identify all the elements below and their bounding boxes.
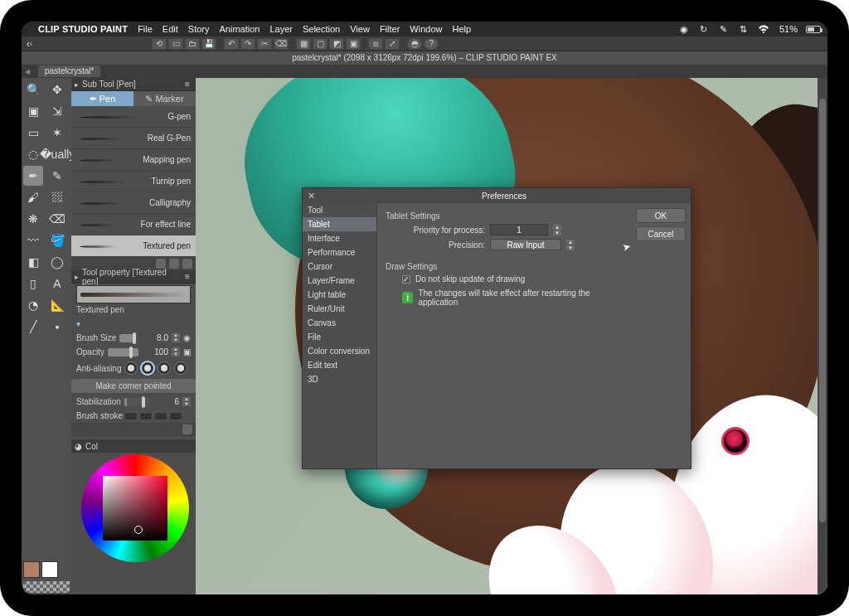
nav-canvas[interactable]: Canvas [303,316,376,330]
ruler-icon[interactable]: ⧇ [368,38,383,50]
brush-size-stepper[interactable]: ▲▼ [172,333,180,342]
precision-stepper[interactable]: ▲▼ [566,240,575,250]
aa-option-none[interactable] [124,361,138,375]
foreground-color[interactable] [23,561,40,578]
brush-size-value[interactable]: 8.0 [142,333,168,342]
menu-story[interactable]: Story [188,24,210,34]
sync-icon[interactable]: ◉ [678,23,690,35]
skip-update-checkbox[interactable] [402,275,410,284]
precision-dropdown[interactable]: Raw Input [490,239,561,250]
app-name[interactable]: CLIP STUDIO PAINT [38,24,128,34]
nav-tablet[interactable]: Tablet [303,217,376,231]
menu-animation[interactable]: Animation [220,24,260,34]
color-square[interactable] [103,476,167,541]
vertical-scrollbar[interactable] [817,78,827,594]
background-color[interactable] [41,561,58,578]
deco-tool-icon[interactable]: ❋ [23,209,43,229]
brush-tool-icon[interactable]: 🖌 [23,187,43,207]
pencil-icon[interactable]: ✎ [718,23,730,35]
csp-icon[interactable]: ◓ [407,38,422,50]
airbrush-tool-icon[interactable]: ⛆ [47,187,67,207]
scale-icon[interactable]: ⤢ [385,38,400,50]
subtool-header[interactable]: ▸ Sub Tool [Pen] ≡ [71,78,196,91]
ruler-tool-icon[interactable]: 📐 [47,295,67,315]
nav-3d[interactable]: 3D [303,372,376,386]
opacity-slider[interactable] [108,348,138,357]
layer-move-tool-icon[interactable]: ⇲ [47,101,67,121]
text-tool-icon[interactable]: A [47,274,67,293]
collapse-toggle-icon[interactable]: ‹ [30,39,32,48]
transparency-swatch[interactable] [23,581,70,593]
nav-tool[interactable]: Tool [303,203,376,217]
deselect-icon[interactable]: ▢ [313,38,327,50]
new-doc-icon[interactable]: ▭ [168,38,183,50]
nav-interface[interactable]: Interface [303,231,376,245]
redo-icon[interactable]: ↷ [240,38,255,50]
menu-window[interactable]: Window [410,24,442,34]
line-tool-icon[interactable]: ╱ [23,317,43,337]
aa-option-mid[interactable] [158,361,171,375]
priority-stepper[interactable]: ▲▼ [553,225,561,235]
aa-option-strong[interactable] [174,361,187,375]
dot-tool-icon[interactable]: ▪ [47,317,67,337]
menu-help[interactable]: Help [452,24,471,34]
undo-icon[interactable]: ↶ [224,38,239,50]
fill-tool-icon[interactable]: 🪣 [47,230,67,250]
brush-item[interactable]: Textured pen [71,235,196,257]
color-swatches[interactable] [22,560,71,580]
nav-rulerunit[interactable]: Ruler/Unit [303,302,376,316]
stabilization-stepper[interactable]: ▲▼ [182,397,191,406]
figure-tool-icon[interactable]: ◯ [47,252,67,272]
nav-lighttable[interactable]: Light table [303,288,376,302]
nav-colorconversion[interactable]: Color conversion [303,344,376,358]
gradient-tool-icon[interactable]: ◧ [23,252,43,272]
stroke-option[interactable] [169,412,182,420]
select-all-icon[interactable]: ▦ [296,38,311,50]
make-corner-pointed[interactable]: Make corner pointed [71,379,196,393]
help-icon[interactable]: ? [424,38,439,50]
frame-tool-icon[interactable]: ▯ [23,274,43,293]
delete-brush-icon[interactable] [182,259,192,269]
marquee-tool-icon[interactable]: ▭ [23,123,43,143]
save-icon[interactable]: 💾 [201,38,216,50]
brush-item[interactable]: G-pen [71,106,196,128]
pen-tool-icon[interactable]: ✒ [23,166,43,186]
border-icon[interactable]: ▣ [346,38,361,50]
opacity-link-icon[interactable]: ▣ [183,347,191,357]
zoom-tool-icon[interactable]: 🔍 [23,80,43,99]
invert-icon[interactable]: ◩ [329,38,344,50]
brush-size-link-icon[interactable]: ◉ [183,333,191,342]
wand-tool-icon[interactable]: ✶ [47,123,67,143]
menu-filter[interactable]: Filter [380,24,400,34]
nav-cursor[interactable]: Cursor [303,259,376,274]
color-wheel[interactable] [81,454,189,562]
blend-tool-icon[interactable]: 〰 [23,230,43,250]
eyedropper-tool-icon[interactable]: �ually [47,144,67,164]
pencil-tool-icon[interactable]: ✎ [47,166,67,186]
move-tool-icon[interactable]: ✥ [47,80,67,99]
history-icon[interactable]: ↻ [698,23,710,35]
toggle-icon[interactable]: ⇅ [738,23,750,35]
toolprop-header[interactable]: ▸ Tool property [Textured pen] ≡ [71,270,196,284]
menu-selection[interactable]: Selection [303,24,340,34]
menu-edit[interactable]: Edit [163,24,178,34]
operation-tool-icon[interactable]: ▣ [23,101,43,121]
brush-item[interactable]: Mapping pen [71,149,196,171]
nav-performance[interactable]: Performance [303,245,376,259]
ok-button[interactable]: OK [636,208,686,223]
color-wheel-icon[interactable]: ◕ [75,442,82,451]
nav-layerframe[interactable]: Layer/Frame [303,274,376,288]
opacity-stepper[interactable]: ▲▼ [172,347,180,357]
cloud-icon[interactable]: ⟲ [152,38,167,50]
brush-item[interactable]: Turnip pen [71,171,196,192]
nav-edittext[interactable]: Edit text [303,358,376,372]
wrench-icon[interactable] [182,424,192,434]
color-tab[interactable]: Col [85,442,98,451]
stroke-option[interactable] [139,412,153,420]
menu-layer[interactable]: Layer [269,24,293,34]
balloon-tool-icon[interactable]: ◔ [23,295,43,315]
priority-field[interactable]: 1 [490,224,548,235]
opacity-value[interactable]: 100 [142,347,168,357]
subtool-tab-marker[interactable]: ✎Marker [133,91,196,106]
stroke-option[interactable] [124,412,138,420]
